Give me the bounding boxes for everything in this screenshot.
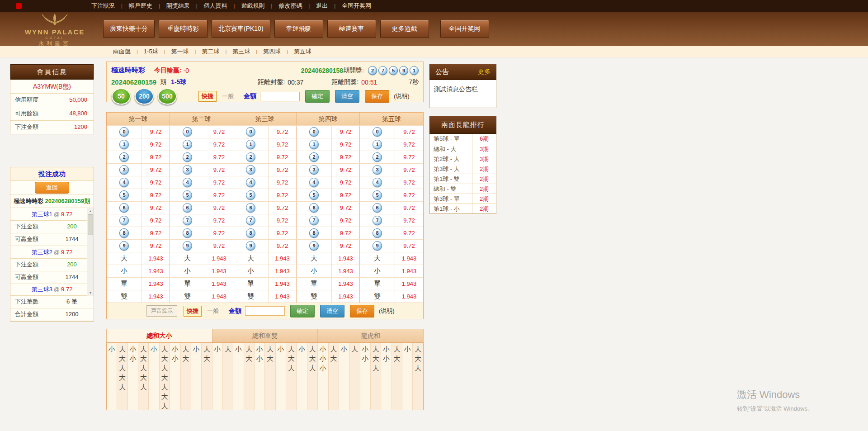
bet-cell-side-col1[interactable]: 雙: [107, 290, 142, 303]
bet-cell-ball-4-col5[interactable]: 4: [360, 176, 395, 189]
bet-cell-ball-6-col2[interactable]: 6: [170, 202, 205, 214]
back-button[interactable]: 返回: [35, 182, 69, 194]
scroll-up-icon[interactable]: ▲: [87, 208, 94, 214]
quick-mode-button[interactable]: 快捷: [184, 306, 202, 317]
bet-cell-ball-1-col1[interactable]: 1: [107, 138, 142, 151]
bet-cell-ball-0-col1[interactable]: 0: [107, 126, 142, 138]
roadmap-tab-1[interactable]: 總和單雙: [212, 329, 318, 342]
bet-cell-side-col1[interactable]: 單: [107, 278, 142, 290]
bet-cell-side-col4[interactable]: 單: [297, 278, 332, 290]
bet-cell-ball-6-col4[interactable]: 6: [297, 202, 332, 214]
scroll-down-icon[interactable]: ▼: [87, 290, 94, 296]
bet-cell-ball-2-col2[interactable]: 2: [170, 151, 205, 163]
bet-cell-ball-7-col2[interactable]: 7: [170, 214, 205, 227]
bet-cell-ball-3-col2[interactable]: 3: [170, 164, 205, 176]
bet-cell-ball-9-col4[interactable]: 9: [297, 240, 332, 252]
bet-cell-ball-6-col5[interactable]: 6: [360, 202, 395, 214]
normal-mode-button[interactable]: 一般: [207, 307, 219, 315]
bet-cell-side-col5[interactable]: 雙: [360, 290, 395, 303]
bet-cell-ball-9-col2[interactable]: 9: [170, 240, 205, 252]
quick-mode-button[interactable]: 快捷: [198, 91, 217, 102]
bet-cell-ball-8-col2[interactable]: 8: [170, 227, 205, 239]
bet-cell-ball-4-col3[interactable]: 4: [233, 176, 269, 189]
normal-mode-button[interactable]: 一般: [222, 92, 234, 100]
bet-cell-ball-8-col5[interactable]: 8: [360, 227, 395, 239]
bet-cell-side-col2[interactable]: 單: [170, 278, 205, 290]
bet-cell-side-col4[interactable]: 小: [297, 265, 332, 277]
amount-input[interactable]: [260, 92, 300, 101]
bet-cell-ball-0-col2[interactable]: 0: [170, 126, 205, 138]
bet-cell-ball-5-col4[interactable]: 5: [297, 189, 332, 201]
top-nav-item-5[interactable]: 修改密碼: [272, 2, 308, 10]
bet-cell-ball-9-col1[interactable]: 9: [107, 240, 142, 252]
game-tab-5[interactable]: 更多遊戲: [380, 20, 429, 38]
subnav-item-2[interactable]: 第一球: [165, 47, 195, 56]
bet-cell-side-col3[interactable]: 單: [233, 278, 269, 290]
bet-cell-ball-2-col1[interactable]: 2: [107, 151, 142, 163]
top-nav-item-1[interactable]: 帳戶歷史: [123, 2, 159, 10]
subnav-item-6[interactable]: 第五球: [288, 47, 317, 56]
bet-cell-side-col1[interactable]: 小: [107, 265, 142, 277]
bet-cell-ball-8-col1[interactable]: 8: [107, 227, 142, 239]
bet-cell-side-col3[interactable]: 雙: [233, 290, 269, 303]
bet-cell-ball-7-col5[interactable]: 7: [360, 214, 395, 227]
bet-cell-side-col2[interactable]: 小: [170, 265, 205, 277]
confirm-button[interactable]: 確定: [290, 305, 315, 317]
bet-cell-ball-4-col1[interactable]: 4: [107, 176, 142, 189]
top-nav-item-6[interactable]: 退出: [310, 2, 334, 10]
subnav-item-4[interactable]: 第三球: [226, 47, 256, 56]
amount-input[interactable]: [245, 306, 285, 316]
bet-cell-side-col4[interactable]: 大: [297, 252, 332, 265]
bet-cell-side-col3[interactable]: 小: [233, 265, 269, 277]
note-link[interactable]: (说明): [379, 307, 395, 315]
announcement-more-link[interactable]: 更多: [478, 68, 491, 76]
top-nav-item-3[interactable]: 個人資料: [198, 2, 234, 10]
bet-cell-ball-0-col4[interactable]: 0: [297, 126, 332, 138]
bet-cell-ball-5-col5[interactable]: 5: [360, 189, 395, 201]
bet-cell-ball-1-col3[interactable]: 1: [233, 138, 269, 151]
bet-cell-ball-7-col1[interactable]: 7: [107, 214, 142, 227]
bet-cell-side-col2[interactable]: 雙: [170, 290, 205, 303]
bet-cell-ball-3-col1[interactable]: 3: [107, 164, 142, 176]
bet-cell-ball-7-col3[interactable]: 7: [233, 214, 269, 227]
bet-cell-side-col5[interactable]: 大: [360, 252, 395, 265]
bet-cell-side-col1[interactable]: 大: [107, 252, 142, 265]
game-tab-6[interactable]: 全国开奖网: [440, 20, 489, 38]
game-tab-2[interactable]: 北京賽車(PK10): [212, 20, 270, 38]
bet-cell-ball-2-col4[interactable]: 2: [297, 151, 332, 163]
bet-cell-side-col4[interactable]: 雙: [297, 290, 332, 303]
clear-button[interactable]: 清空: [335, 90, 359, 103]
bet-cell-ball-1-col2[interactable]: 1: [170, 138, 205, 151]
bet-cell-ball-8-col3[interactable]: 8: [233, 227, 269, 239]
save-button[interactable]: 保存: [365, 90, 389, 103]
scrollbar-thumb[interactable]: [88, 214, 93, 235]
bet-cell-ball-3-col5[interactable]: 3: [360, 164, 395, 176]
bet-cell-ball-3-col3[interactable]: 3: [233, 164, 269, 176]
bet-cell-side-col3[interactable]: 大: [233, 252, 269, 265]
roadmap-tab-2[interactable]: 龍虎和: [318, 329, 423, 342]
top-nav-item-4[interactable]: 遊戲規則: [235, 2, 271, 10]
top-nav-item-0[interactable]: 下注狀況: [85, 2, 121, 10]
bet-cell-ball-5-col1[interactable]: 5: [107, 189, 142, 201]
bet-cell-ball-2-col3[interactable]: 2: [233, 151, 269, 163]
game-tab-3[interactable]: 幸運飛艇: [274, 20, 323, 38]
confirm-button[interactable]: 確定: [305, 90, 330, 103]
bet-cell-side-col5[interactable]: 小: [360, 265, 395, 277]
bet-cell-ball-3-col4[interactable]: 3: [297, 164, 332, 176]
chip-500[interactable]: 500: [157, 88, 177, 105]
top-nav-item-7[interactable]: 全国开奖网: [335, 2, 377, 10]
bet-cell-ball-6-col1[interactable]: 6: [107, 202, 142, 214]
bet-cell-ball-1-col5[interactable]: 1: [360, 138, 395, 151]
save-button[interactable]: 保存: [350, 305, 374, 317]
chip-50[interactable]: 50: [111, 88, 131, 105]
bet-cell-ball-1-col4[interactable]: 1: [297, 138, 332, 151]
bet-cell-ball-2-col5[interactable]: 2: [360, 151, 395, 163]
bet-cell-ball-4-col4[interactable]: 4: [297, 176, 332, 189]
game-tab-1[interactable]: 重慶時時彩: [159, 20, 208, 38]
bet-cell-ball-5-col3[interactable]: 5: [233, 189, 269, 201]
bet-cell-ball-9-col5[interactable]: 9: [360, 240, 395, 252]
bet-cell-ball-5-col2[interactable]: 5: [170, 189, 205, 201]
subnav-item-5[interactable]: 第四球: [257, 47, 287, 56]
chip-200[interactable]: 200: [134, 88, 154, 105]
bet-cell-side-col2[interactable]: 大: [170, 252, 205, 265]
